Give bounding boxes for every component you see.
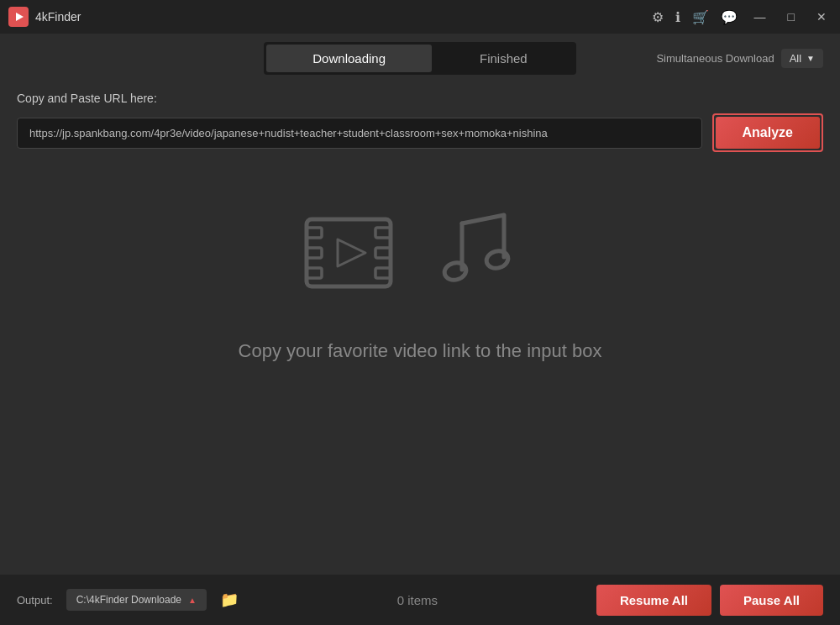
music-icon	[437, 202, 546, 307]
app-logo	[8, 7, 29, 27]
output-label: Output:	[17, 594, 53, 607]
folder-icon[interactable]: 📁	[220, 591, 239, 609]
chat-icon[interactable]: 💬	[721, 9, 738, 25]
svg-rect-2	[307, 219, 391, 286]
tab-bar: Downloading Finished Simultaneous Downlo…	[0, 34, 840, 75]
tab-group: Downloading Finished	[264, 42, 575, 75]
bottom-bar: Output: C:\4kFinder Downloade ▲ 📁 0 item…	[0, 575, 840, 625]
svg-rect-4	[307, 248, 322, 258]
cart-icon[interactable]: 🛒	[692, 9, 709, 25]
analyze-button-wrapper: Analyze	[712, 113, 823, 152]
svg-marker-9	[338, 239, 365, 266]
pause-all-button[interactable]: Pause All	[720, 585, 823, 616]
titlebar-controls: ⚙ ℹ 🛒 💬 — □ ✕	[652, 8, 832, 25]
chevron-down-icon: ▼	[806, 54, 815, 63]
svg-point-11	[485, 249, 510, 270]
tab-downloading[interactable]: Downloading	[266, 45, 432, 72]
film-icon	[294, 202, 412, 307]
simultaneous-label: Simultaneous Download	[656, 52, 774, 65]
url-section: Copy and Paste URL here: https://jp.span…	[17, 92, 823, 152]
main-content: Copy and Paste URL here: https://jp.span…	[0, 75, 840, 362]
settings-icon[interactable]: ⚙	[652, 9, 664, 25]
close-button[interactable]: ✕	[811, 8, 832, 25]
media-icons	[294, 202, 546, 307]
analyze-button[interactable]: Analyze	[716, 117, 820, 149]
maximize-button[interactable]: □	[783, 8, 800, 25]
tab-finished[interactable]: Finished	[433, 45, 574, 72]
simultaneous-select[interactable]: All ▼	[781, 49, 823, 68]
svg-rect-3	[307, 228, 322, 238]
action-buttons: Resume All Pause All	[596, 585, 823, 616]
empty-state-description: Copy your favorite video link to the inp…	[239, 340, 602, 362]
title-bar: 4kFinder ⚙ ℹ 🛒 💬 — □ ✕	[0, 0, 840, 34]
svg-rect-8	[375, 268, 391, 278]
resume-all-button[interactable]: Resume All	[596, 585, 711, 616]
arrow-up-icon: ▲	[188, 596, 197, 605]
url-input[interactable]: https://jp.spankbang.com/4pr3e/video/jap…	[17, 118, 702, 149]
output-path-selector[interactable]: C:\4kFinder Downloade ▲	[66, 589, 207, 611]
svg-rect-6	[375, 228, 391, 238]
empty-state: Copy your favorite video link to the inp…	[17, 202, 823, 362]
url-input-row: https://jp.spankbang.com/4pr3e/video/jap…	[17, 113, 823, 152]
url-label: Copy and Paste URL here:	[17, 92, 823, 105]
output-path-text: C:\4kFinder Downloade	[76, 594, 181, 606]
simultaneous-value: All	[790, 52, 801, 65]
svg-rect-7	[375, 248, 391, 258]
simultaneous-download-control: Simultaneous Download All ▼	[656, 49, 823, 68]
svg-point-10	[443, 260, 468, 282]
svg-rect-5	[307, 268, 322, 278]
app-title: 4kFinder	[35, 10, 652, 24]
info-icon[interactable]: ℹ	[675, 9, 680, 25]
minimize-button[interactable]: —	[749, 8, 771, 25]
items-count: 0 items	[249, 593, 586, 607]
